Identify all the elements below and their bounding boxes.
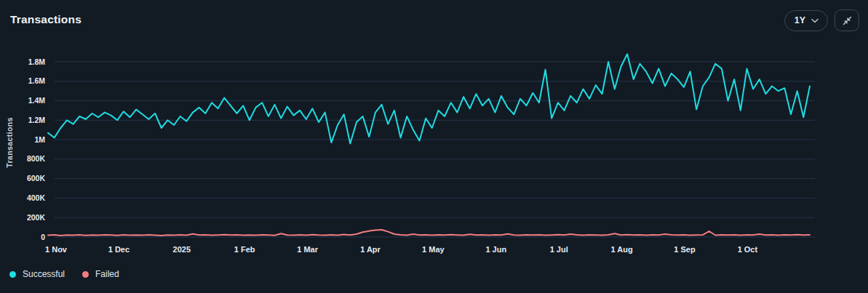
y-tick-label: 1.4M (28, 96, 46, 105)
x-tick-label: 1 Apr (360, 245, 381, 254)
x-tick-label: 2025 (173, 245, 191, 254)
x-tick-label: 1 Aug (611, 245, 633, 254)
y-tick-label: 600K (27, 174, 46, 182)
x-tick-label: 1 Mar (297, 245, 318, 254)
chart-plot-area[interactable]: 0200K400K600K800K1M1.2M1.4M1.6M1.8M1 Nov… (0, 0, 868, 293)
legend-item-successful[interactable]: Successful (9, 269, 65, 279)
y-tick-label: 800K (27, 154, 46, 163)
failed-line (48, 230, 810, 236)
y-tick-label: 0 (41, 233, 45, 241)
x-tick-label: 1 Sep (674, 245, 696, 254)
successful-line (48, 54, 810, 143)
x-tick-label: 1 Dec (108, 245, 130, 254)
legend-item-failed[interactable]: Failed (82, 269, 119, 279)
transactions-chart[interactable]: 0200K400K600K800K1M1.2M1.4M1.6M1.8M1 Nov… (0, 0, 868, 293)
legend-label-successful: Successful (23, 269, 65, 279)
failed-series-dot (82, 271, 89, 278)
y-tick-label: 1.8M (28, 57, 46, 66)
x-tick-label: 1 Jun (485, 245, 506, 254)
x-tick-label: 1 Nov (45, 245, 68, 254)
x-tick-label: 1 Jul (550, 245, 568, 254)
y-tick-label: 1.6M (28, 76, 46, 85)
successful-series-dot (9, 271, 16, 278)
y-tick-label: 1.2M (28, 116, 46, 124)
x-tick-label: 1 May (422, 245, 445, 254)
chart-legend: Successful Failed (9, 269, 119, 279)
y-tick-label: 400K (27, 193, 46, 202)
legend-label-failed: Failed (95, 269, 119, 279)
x-tick-label: 1 Oct (738, 245, 758, 254)
y-tick-label: 200K (27, 213, 46, 222)
x-tick-label: 1 Feb (234, 245, 255, 254)
y-tick-label: 1M (34, 135, 45, 144)
y-axis-title: Transactions (5, 84, 14, 201)
